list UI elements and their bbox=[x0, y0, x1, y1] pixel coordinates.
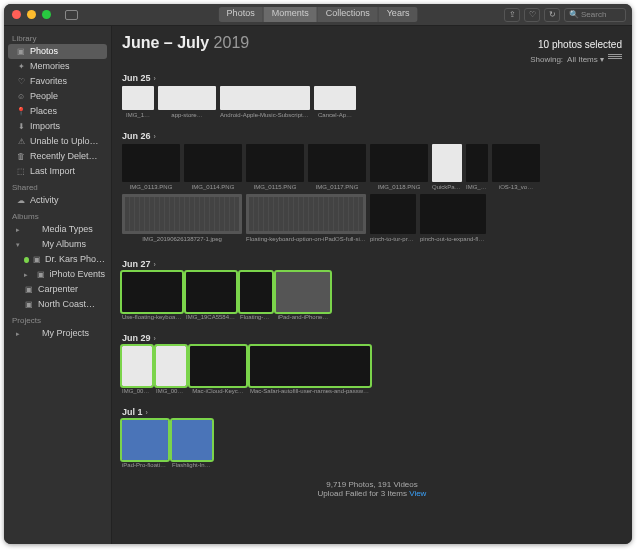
photo-thumbnail[interactable]: QuickPath-key… bbox=[432, 144, 462, 190]
chevron-right-icon: › bbox=[146, 409, 148, 416]
toggle-sidebar-button[interactable] bbox=[65, 10, 78, 20]
moment-header[interactable]: Jun 29› bbox=[122, 328, 622, 346]
photo-thumbnail[interactable]: Android-Apple-Music-Subscription.jpg bbox=[220, 86, 310, 118]
view-tab-photos[interactable]: Photos bbox=[219, 7, 264, 22]
thumbnail-caption: IMG_0033.P… bbox=[122, 388, 152, 394]
sidebar-item-favorites[interactable]: ♡Favorites bbox=[4, 74, 111, 89]
search-input[interactable]: 🔍Search bbox=[564, 8, 626, 22]
thumbnail-caption: IMG_0034.P… bbox=[156, 388, 186, 394]
thumbnail-caption: Cancel-Ap… bbox=[314, 112, 356, 118]
sidebar-item-media-types[interactable]: ▸Media Types bbox=[4, 222, 111, 237]
app-window: PhotosMomentsCollectionsYears ⇪ ♡ ↻ 🔍Sea… bbox=[4, 4, 632, 544]
sidebar-item-memories[interactable]: ✦Memories bbox=[4, 59, 111, 74]
photo-thumbnail[interactable]: iPad-Pro-floating… bbox=[122, 420, 168, 468]
minimize-window-button[interactable] bbox=[27, 10, 36, 19]
view-options-icon[interactable] bbox=[608, 54, 622, 64]
sidebar-item-iphoto-events[interactable]: ▸▣iPhoto Events bbox=[4, 267, 111, 282]
thumbnail-caption: IMG_0118.PNG bbox=[370, 184, 428, 190]
thumbnail-caption: Floating-keyboar… bbox=[240, 314, 272, 320]
sidebar-item-my-projects[interactable]: ▸My Projects bbox=[4, 326, 111, 341]
sidebar-item-my-albums[interactable]: ▾My Albums bbox=[4, 237, 111, 252]
photo-thumbnail[interactable]: IMG_19CA55843… bbox=[186, 272, 236, 320]
photo-thumbnail[interactable]: IMG_0117.PNG bbox=[308, 144, 366, 190]
photo-thumbnail[interactable]: Use-floating-keyboard-handle-to-spring-b… bbox=[122, 272, 182, 320]
photo-thumbnail[interactable]: pinch-to-tur-pre… bbox=[370, 194, 416, 242]
sidebar-section-projects: Projects bbox=[4, 312, 111, 326]
thumbnail-caption: iPad-Pro-floating… bbox=[122, 462, 168, 468]
photo-thumbnail[interactable]: Floating-keyboar… bbox=[240, 272, 272, 320]
activity-icon: ☁ bbox=[16, 196, 26, 206]
moment-jun26: Jun 26›IMG_0113.PNGIMG_0114.PNGIMG_0115.… bbox=[112, 124, 632, 252]
disclosure-icon[interactable]: ▸ bbox=[16, 327, 24, 340]
photo-thumbnail[interactable]: IMG_0114.PNG bbox=[184, 144, 242, 190]
photo-thumbnail[interactable]: IMG_0115.PNG bbox=[246, 144, 304, 190]
sidebar-item-photos[interactable]: ▣Photos bbox=[8, 44, 107, 59]
photo-thumbnail[interactable]: pinch-out-to-expand-floating-keyboard-t… bbox=[420, 194, 486, 242]
moment-header[interactable]: Jun 26› bbox=[122, 126, 622, 144]
share-button[interactable]: ⇪ bbox=[504, 8, 520, 22]
page-title: June – July 2019 bbox=[122, 34, 249, 52]
disclosure-icon[interactable]: ▾ bbox=[16, 238, 24, 251]
recent-del-icon: 🗑 bbox=[16, 152, 26, 162]
photo-thumbnail[interactable]: IMG_20190626138727-1.jpeg bbox=[122, 194, 242, 242]
moment-header[interactable]: Jun 25› bbox=[122, 68, 622, 86]
photo-thumbnail[interactable]: Mac-Safari-autofill-user-names-and-passw… bbox=[250, 346, 370, 394]
sidebar-item-people[interactable]: ☺People bbox=[4, 89, 111, 104]
sidebar: Library▣Photos✦Memories♡Favorites☺People… bbox=[4, 26, 112, 544]
sidebar-item-places[interactable]: 📍Places bbox=[4, 104, 111, 119]
footer-view-link[interactable]: View bbox=[409, 489, 426, 498]
sidebar-item-north-coast[interactable]: ▣North Coast… bbox=[4, 297, 111, 312]
sidebar-section-albums: Albums bbox=[4, 208, 111, 222]
view-tab-years[interactable]: Years bbox=[379, 7, 418, 22]
thumbnail-caption: Flashlight-Inten… bbox=[172, 462, 212, 468]
photo-thumbnail[interactable]: Floating-keyboard-option-on-iPadOS-full-… bbox=[246, 194, 366, 242]
sidebar-item-imports[interactable]: ⬇Imports bbox=[4, 119, 111, 134]
disclosure-icon[interactable]: ▸ bbox=[16, 223, 24, 236]
showing-dropdown[interactable]: All Items ▾ bbox=[567, 55, 604, 64]
thumbnail-caption: Android-Apple-Music-Subscription.jpg bbox=[220, 112, 310, 118]
view-tab-moments[interactable]: Moments bbox=[264, 7, 318, 22]
sidebar-item-label: Media Types bbox=[42, 223, 93, 236]
moment-header[interactable]: Jul 1› bbox=[122, 402, 622, 420]
photo-thumbnail[interactable]: iPad-and-iPhone… bbox=[276, 272, 330, 320]
thumbnail-row: IMG_20190626138727-1.jpegFloating-keyboa… bbox=[122, 194, 622, 242]
thumbnail-caption: IMG_0115.PNG bbox=[246, 184, 304, 190]
photo-thumbnail[interactable]: IMG_0113.PNG bbox=[122, 144, 180, 190]
photo-thumbnail[interactable]: IMG_0… bbox=[466, 144, 488, 190]
sidebar-item-label: Last Import bbox=[30, 165, 75, 178]
photo-thumbnail[interactable]: IMG_0034.P… bbox=[156, 346, 186, 394]
main-content: June – July 2019 10 photos selected Show… bbox=[112, 26, 632, 544]
view-tabs: PhotosMomentsCollectionsYears bbox=[219, 7, 418, 22]
my-albums-icon bbox=[28, 240, 38, 250]
sidebar-item-recent-del[interactable]: 🗑Recently Delet… bbox=[4, 149, 111, 164]
moment-jul1: Jul 1›iPad-Pro-floating…Flashlight-Inten… bbox=[112, 400, 632, 474]
thumbnail-caption: Mac-Safari-autofill-user-names-and-passw… bbox=[250, 388, 370, 394]
photo-thumbnail[interactable]: Flashlight-Inten… bbox=[172, 420, 212, 468]
photo-thumbnail[interactable]: Cancel-Ap… bbox=[314, 86, 356, 118]
sidebar-item-carpenter[interactable]: ▣Carpenter bbox=[4, 282, 111, 297]
view-tab-collections[interactable]: Collections bbox=[318, 7, 379, 22]
close-window-button[interactable] bbox=[12, 10, 21, 19]
thumbnail-caption: pinch-out-to-expand-floating-keyboard-t… bbox=[420, 236, 486, 242]
photo-thumbnail[interactable]: Mac-iCloud-Keyc… bbox=[190, 346, 246, 394]
chevron-right-icon: › bbox=[154, 335, 156, 342]
photo-thumbnail[interactable]: IMG_0118.PNG bbox=[370, 144, 428, 190]
photo-thumbnail[interactable]: iOS-13_vo… bbox=[492, 144, 540, 190]
media-types-icon bbox=[28, 225, 38, 235]
thumbnail-caption: Mac-iCloud-Keyc… bbox=[190, 388, 246, 394]
sidebar-item-unable[interactable]: ⚠Unable to Uplo… bbox=[4, 134, 111, 149]
sidebar-item-dr-kars[interactable]: ▣Dr. Kars Pho… bbox=[4, 252, 111, 267]
rotate-button[interactable]: ↻ bbox=[544, 8, 560, 22]
dr-kars-icon: ▣ bbox=[33, 255, 41, 265]
disclosure-icon[interactable]: ▸ bbox=[24, 268, 32, 281]
fullscreen-window-button[interactable] bbox=[42, 10, 51, 19]
favorite-button[interactable]: ♡ bbox=[524, 8, 540, 22]
photo-thumbnail[interactable]: IMG_0033.P… bbox=[122, 346, 152, 394]
carpenter-icon: ▣ bbox=[24, 285, 34, 295]
sidebar-item-last-import[interactable]: ⬚Last Import bbox=[4, 164, 111, 179]
thumbnail-row: Use-floating-keyboard-handle-to-spring-b… bbox=[122, 272, 622, 320]
moment-header[interactable]: Jun 27› bbox=[122, 254, 622, 272]
photo-thumbnail[interactable]: IMG_1… bbox=[122, 86, 154, 118]
sidebar-item-activity[interactable]: ☁Activity bbox=[4, 193, 111, 208]
photo-thumbnail[interactable]: app-store… bbox=[158, 86, 216, 118]
